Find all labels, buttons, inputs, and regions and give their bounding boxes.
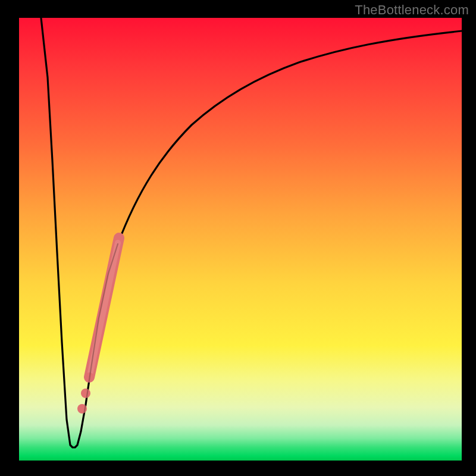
marker-dot <box>81 389 90 398</box>
watermark-text: TheBottleneck.com <box>355 2 469 18</box>
bottleneck-curve <box>41 18 462 447</box>
bottleneck-curve-overlay <box>77 244 118 445</box>
highlight-band-inner <box>90 243 118 372</box>
chart-frame: TheBottleneck.com <box>0 0 476 476</box>
curve-layer <box>19 18 462 461</box>
marker-dot <box>84 372 94 382</box>
highlight-band <box>89 238 119 377</box>
plot-area <box>19 18 462 461</box>
marker-dot <box>77 404 87 414</box>
